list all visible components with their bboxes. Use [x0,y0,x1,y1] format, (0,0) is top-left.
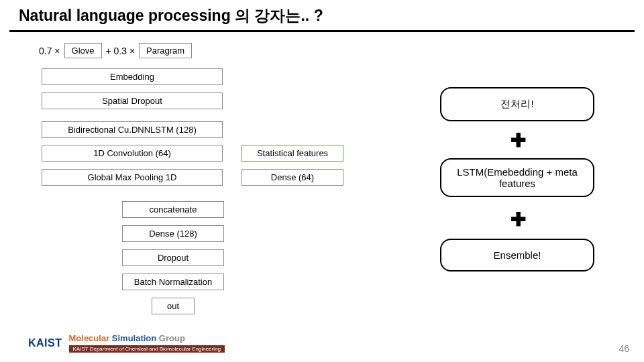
preprocess-callout: 전처리! [440,87,594,121]
dropout-block: Dropout [122,249,224,266]
embedding-formula: 0.7 × Glove + 0.3 × Paragram [39,43,192,58]
embedding-block: Embedding [42,68,223,85]
conv1d-block: 1D Convolution (64) [42,145,223,162]
page-title: Natural language processing 의 강자는.. ? [19,5,625,26]
out-block: out [152,298,195,314]
plus-icon: ✚ [511,210,526,229]
footer-logos: KAIST Molecular Simulation Group KAIST D… [28,333,225,353]
concat-block: concatenate [122,201,224,218]
plus-text: + 0.3 × [106,46,136,56]
batchnorm-block: Batch Normalization [122,274,224,290]
page-number: 46 [619,343,629,354]
stat-features-block: Statistical features [241,145,343,162]
paragram-tag: Paragram [139,43,192,58]
msg-logo: Molecular Simulation Group KAIST Departm… [69,333,225,353]
dept-bar: KAIST Department of Chemical and Biomole… [69,345,225,353]
coef1-text: 0.7 × [39,46,60,56]
ensemble-callout: Ensemble! [440,239,594,272]
bilstm-block: Bidirectional Cu.DNNLSTM (128) [42,121,223,138]
glove-tag: Glove [64,43,102,58]
lstm-callout: LSTM(Emebedding + meta features [440,158,594,197]
plus-icon: ✚ [511,131,526,150]
spatial-dropout-block: Spatial Dropout [42,93,223,109]
msg-s: Simulation [112,333,159,343]
kaist-logo: KAIST [28,337,62,349]
dense64-block: Dense (64) [241,169,343,186]
msg-m: Molecular [69,333,112,343]
dense128-block: Dense (128) [122,225,224,242]
global-max-pool-block: Global Max Pooling 1D [42,169,223,186]
msg-g: Group [159,333,185,343]
title-bar: Natural language processing 의 강자는.. ? [9,0,635,32]
